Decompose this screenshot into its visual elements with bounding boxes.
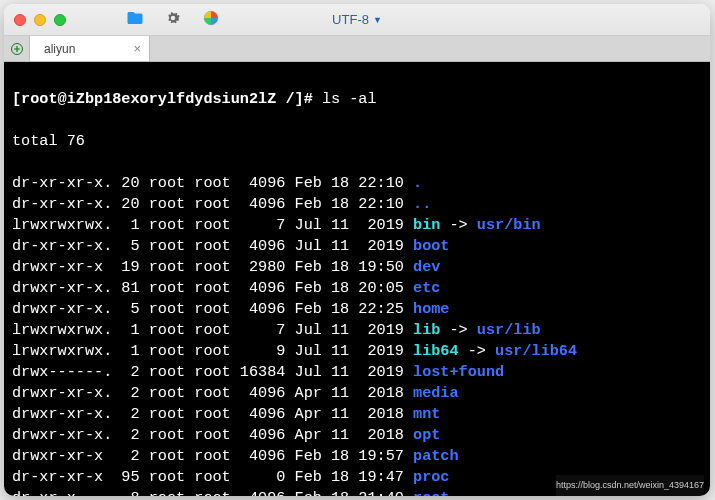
- tab-label: aliyun: [44, 42, 75, 56]
- ls-row: lrwxrwxrwx. 1 root root 9 Jul 11 2019 li…: [12, 341, 702, 362]
- command-text: ls -al: [322, 90, 377, 108]
- close-window-button[interactable]: [14, 14, 26, 26]
- ls-row: drwxr-xr-x. 2 root root 4096 Apr 11 2018…: [12, 404, 702, 425]
- watermark-text: https://blog.csdn.net/weixin_4394167: [556, 475, 704, 496]
- terminal-viewport[interactable]: [root@iZbp18exorylfdydsiun2lZ /]# ls -al…: [4, 62, 710, 496]
- ls-output: dr-xr-xr-x. 20 root root 4096 Feb 18 22:…: [12, 173, 702, 496]
- ls-row: dr-xr-xr-x. 20 root root 4096 Feb 18 22:…: [12, 173, 702, 194]
- traffic-lights: [14, 14, 66, 26]
- total-line: total 76: [12, 131, 702, 152]
- ls-row: drwxr-xr-x. 2 root root 4096 Apr 11 2018…: [12, 425, 702, 446]
- encoding-selector[interactable]: UTF-8 ▼: [332, 12, 382, 27]
- ls-row: drwxr-xr-x. 5 root root 4096 Feb 18 22:2…: [12, 299, 702, 320]
- color-picker-icon[interactable]: [202, 9, 220, 31]
- ls-row: dr-xr-xr-x. 5 root root 4096 Jul 11 2019…: [12, 236, 702, 257]
- ls-row: drwxr-xr-x. 2 root root 4096 Apr 11 2018…: [12, 383, 702, 404]
- titlebar: UTF-8 ▼: [4, 4, 710, 36]
- ls-row: drwx------. 2 root root 16384 Jul 11 201…: [12, 362, 702, 383]
- ls-row: lrwxrwxrwx. 1 root root 7 Jul 11 2019 li…: [12, 320, 702, 341]
- minimize-window-button[interactable]: [34, 14, 46, 26]
- ls-row: drwxr-xr-x 2 root root 4096 Feb 18 19:57…: [12, 446, 702, 467]
- app-window: UTF-8 ▼ aliyun × [root@iZbp18exorylfdyds…: [4, 4, 710, 496]
- maximize-window-button[interactable]: [54, 14, 66, 26]
- prompt-prefix: [root@iZbp18exorylfdydsiun2lZ /]#: [12, 90, 313, 108]
- ls-row: dr-xr-xr-x. 20 root root 4096 Feb 18 22:…: [12, 194, 702, 215]
- add-tab-button[interactable]: [4, 36, 30, 61]
- chevron-down-icon: ▼: [373, 15, 382, 25]
- close-icon[interactable]: ×: [133, 41, 141, 56]
- ls-row: drwxr-xr-x. 81 root root 4096 Feb 18 20:…: [12, 278, 702, 299]
- tab-aliyun[interactable]: aliyun ×: [30, 36, 150, 61]
- tab-bar: aliyun ×: [4, 36, 710, 62]
- folder-icon[interactable]: [126, 9, 144, 31]
- ls-row: lrwxrwxrwx. 1 root root 7 Jul 11 2019 bi…: [12, 215, 702, 236]
- encoding-label: UTF-8: [332, 12, 369, 27]
- ls-row: drwxr-xr-x 19 root root 2980 Feb 18 19:5…: [12, 257, 702, 278]
- toolbar-icons: [126, 9, 220, 31]
- prompt-line: [root@iZbp18exorylfdydsiun2lZ /]# ls -al: [12, 89, 702, 110]
- gear-icon[interactable]: [164, 9, 182, 31]
